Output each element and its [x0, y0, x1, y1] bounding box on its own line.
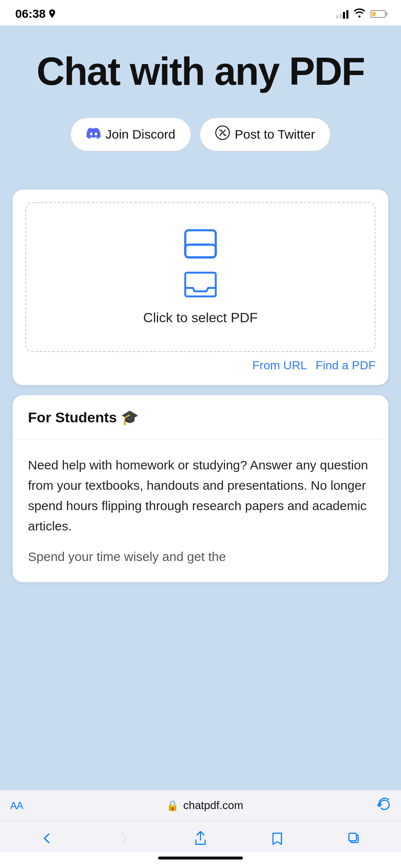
find-pdf-link[interactable]: Find a PDF [315, 359, 376, 372]
battery-icon [370, 10, 386, 18]
upload-text: Click to select PDF [143, 310, 258, 326]
status-bar: 06:38 [0, 0, 401, 25]
share-button[interactable] [188, 828, 213, 849]
home-bar [158, 857, 243, 860]
location-icon [48, 9, 56, 19]
signal-bar-2 [340, 14, 342, 19]
clock: 06:38 [15, 7, 46, 21]
wifi-icon [354, 8, 365, 20]
browser-lock-icon: 🔒 [166, 800, 179, 812]
browser-reload-button[interactable] [365, 797, 391, 814]
students-card: For Students 🎓 Need help with homework o… [13, 395, 388, 582]
signal-bar-3 [343, 12, 345, 19]
home-indicator [0, 852, 401, 868]
tabs-button[interactable] [341, 828, 367, 849]
back-button[interactable] [34, 828, 60, 849]
browser-bar: AA 🔒 chatpdf.com [0, 790, 401, 821]
hero-buttons: Join Discord Post to Twitter [70, 117, 331, 151]
browser-aa-button[interactable]: AA [10, 800, 44, 812]
signal-bar-4 [346, 10, 348, 19]
post-to-twitter-button[interactable]: Post to Twitter [200, 117, 331, 151]
inbox-icon [184, 229, 217, 259]
hero-title: Chat with any PDF [36, 51, 365, 92]
students-body: Need help with homework or studying? Ans… [13, 440, 388, 582]
forward-button[interactable] [111, 828, 136, 849]
status-right [336, 8, 386, 20]
students-text-more: Spend your time wisely and get the [28, 547, 373, 567]
upload-area[interactable]: Click to select PDF [25, 202, 376, 352]
students-body-more-text: Spend your time wisely and get the [28, 550, 226, 564]
svg-rect-2 [185, 245, 216, 257]
students-text: Need help with homework or studying? Ans… [28, 455, 373, 536]
upload-links: From URL Find a PDF [25, 359, 376, 372]
svg-point-0 [216, 126, 229, 140]
hero-section: Chat with any PDF Join Discord Post to T… [0, 25, 401, 177]
bookmark-button[interactable] [265, 828, 290, 849]
students-body-text: Need help with homework or studying? Ans… [28, 458, 368, 533]
inbox-tray-icon [184, 269, 217, 300]
discord-icon [86, 126, 100, 143]
join-discord-label: Join Discord [106, 127, 175, 142]
nav-bar [0, 821, 401, 852]
students-header: For Students 🎓 [13, 395, 388, 440]
browser-url-wrap: 🔒 chatpdf.com [44, 799, 365, 812]
upload-card: Click to select PDF From URL Find a PDF [13, 190, 388, 385]
browser-url-text[interactable]: chatpdf.com [183, 799, 243, 812]
twitter-icon [215, 126, 230, 143]
join-discord-button[interactable]: Join Discord [70, 117, 191, 151]
students-title: For Students 🎓 [28, 409, 373, 426]
signal-bars [336, 9, 348, 19]
svg-rect-4 [349, 833, 356, 841]
main-content: Click to select PDF From URL Find a PDF … [0, 177, 401, 790]
signal-bar-1 [336, 15, 338, 19]
post-to-twitter-label: Post to Twitter [235, 127, 315, 142]
status-time: 06:38 [15, 7, 56, 21]
from-url-link[interactable]: From URL [252, 359, 307, 372]
